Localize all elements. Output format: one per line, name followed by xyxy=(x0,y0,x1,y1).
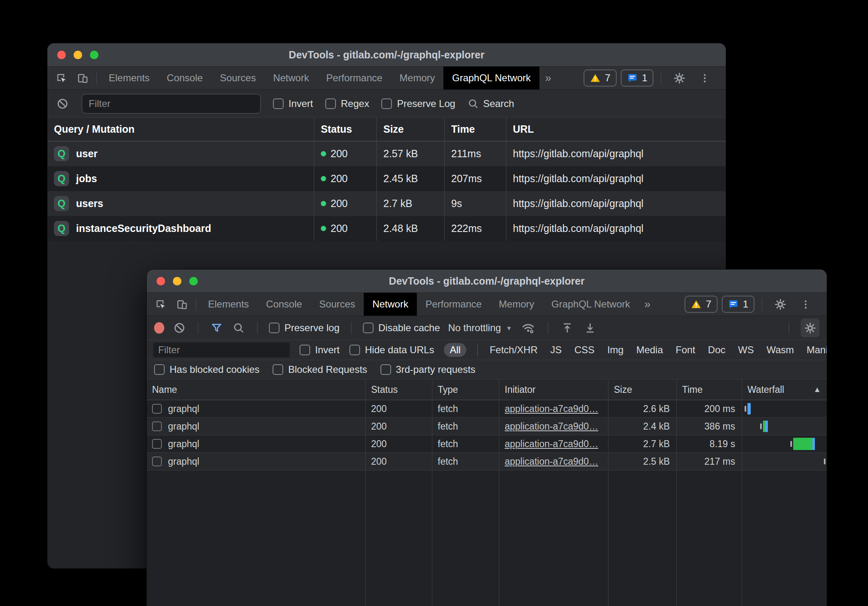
more-tabs-chevron-icon[interactable]: » xyxy=(639,293,656,316)
table-row[interactable]: Quser 200 2.57 kB 211ms https://gitlab.c… xyxy=(47,141,726,166)
search-button[interactable]: Search xyxy=(468,98,514,109)
tab-sources[interactable]: Sources xyxy=(311,293,364,316)
kebab-menu-icon[interactable] xyxy=(694,73,715,84)
column-header-status[interactable]: Status xyxy=(365,379,432,400)
table-row[interactable]: Qusers 200 2.7 kB 9s https://gitlab.com/… xyxy=(47,191,726,216)
column-header-type[interactable]: Type xyxy=(432,379,499,400)
column-header-time[interactable]: Time xyxy=(676,379,742,400)
tab-network[interactable]: Network xyxy=(364,293,417,316)
maximize-window-button[interactable] xyxy=(90,51,98,59)
row-checkbox[interactable] xyxy=(152,439,162,449)
column-header-url[interactable]: URL xyxy=(506,118,726,141)
type-filter-all[interactable]: All xyxy=(444,343,466,357)
type-filter-css[interactable]: CSS xyxy=(574,343,595,357)
search-icon[interactable] xyxy=(232,322,246,334)
import-har-icon[interactable] xyxy=(560,322,575,334)
inspect-element-icon[interactable] xyxy=(51,67,72,89)
disable-cache-checkbox[interactable]: Disable cache xyxy=(363,322,440,334)
throttling-dropdown[interactable]: No throttling ▼ xyxy=(448,322,512,334)
clear-icon[interactable] xyxy=(56,98,69,110)
column-header-size[interactable]: Size xyxy=(608,379,676,400)
type-filter-js[interactable]: JS xyxy=(550,343,563,357)
tab-network[interactable]: Network xyxy=(264,67,318,89)
table-row[interactable]: Qjobs 200 2.45 kB 207ms https://gitlab.c… xyxy=(47,166,726,191)
type-filter-wasm[interactable]: Wasm xyxy=(766,343,795,357)
invert-checkbox[interactable]: Invert xyxy=(300,344,340,356)
tab-elements[interactable]: Elements xyxy=(199,293,257,316)
network-conditions-icon[interactable] xyxy=(520,321,537,335)
type-filter-font[interactable]: Font xyxy=(675,343,696,357)
titlebar[interactable]: DevTools - gitlab.com/-/graphql-explorer xyxy=(47,43,726,67)
query-cell: Qjobs xyxy=(47,166,314,191)
column-header-status[interactable]: Status xyxy=(314,118,376,141)
type-filter-fetch-xhr[interactable]: Fetch/XHR xyxy=(489,343,538,357)
column-header-waterfall[interactable]: Waterfall ▲ xyxy=(742,379,827,400)
column-header-query[interactable]: Query / Mutation xyxy=(47,118,314,141)
column-header-size[interactable]: Size xyxy=(376,118,444,141)
clear-icon[interactable] xyxy=(172,322,186,334)
third-party-requests-checkbox[interactable]: 3rd-party requests xyxy=(380,364,476,375)
table-row[interactable]: QinstanceSecurityDashboard 200 2.48 kB 2… xyxy=(47,216,726,241)
initiator-link[interactable]: application-a7ca9d0… xyxy=(505,403,598,414)
warnings-badge[interactable]: 7 xyxy=(584,69,616,87)
row-checkbox[interactable] xyxy=(152,421,162,431)
hide-data-urls-checkbox[interactable]: Hide data URLs xyxy=(349,344,434,356)
settings-gear-icon[interactable] xyxy=(770,298,791,311)
column-header-name[interactable]: Name xyxy=(147,379,365,400)
tab-graphql-network[interactable]: GraphQL Network xyxy=(443,67,539,89)
device-toolbar-icon[interactable] xyxy=(72,67,93,89)
issues-badge[interactable]: 1 xyxy=(722,296,754,313)
type-filter-doc[interactable]: Doc xyxy=(707,343,726,357)
network-filter-input[interactable] xyxy=(153,343,290,357)
graphql-filter-input[interactable] xyxy=(82,94,261,114)
row-checkbox[interactable] xyxy=(152,404,162,414)
device-toolbar-icon[interactable] xyxy=(171,293,192,316)
has-blocked-cookies-checkbox[interactable]: Has blocked cookies xyxy=(154,364,260,375)
row-checkbox[interactable] xyxy=(152,457,162,466)
tab-memory[interactable]: Memory xyxy=(391,67,444,89)
invert-checkbox[interactable]: Invert xyxy=(273,98,313,109)
record-button[interactable] xyxy=(154,322,164,334)
initiator-link[interactable]: application-a7ca9d0… xyxy=(505,456,598,467)
initiator-link[interactable]: application-a7ca9d0… xyxy=(505,421,598,432)
initiator-link[interactable]: application-a7ca9d0… xyxy=(505,439,598,450)
tab-performance[interactable]: Performance xyxy=(417,293,490,316)
export-har-icon[interactable] xyxy=(583,322,597,334)
table-row[interactable]: graphql 200 fetch application-a7ca9d0… 2… xyxy=(147,418,827,435)
blocked-requests-checkbox[interactable]: Blocked Requests xyxy=(273,364,367,375)
tab-graphql-network[interactable]: GraphQL Network xyxy=(543,293,639,316)
preserve-log-checkbox[interactable]: Preserve Log xyxy=(381,98,455,109)
table-row[interactable]: graphql 200 fetch application-a7ca9d0… 2… xyxy=(147,400,827,418)
tab-console[interactable]: Console xyxy=(158,67,211,89)
column-header-initiator[interactable]: Initiator xyxy=(499,379,608,400)
inspect-element-icon[interactable] xyxy=(150,293,171,316)
settings-gear-icon[interactable] xyxy=(669,72,690,85)
table-row[interactable]: graphql 200 fetch application-a7ca9d0… 2… xyxy=(147,435,827,453)
close-window-button[interactable] xyxy=(157,277,165,285)
maximize-window-button[interactable] xyxy=(189,277,198,285)
titlebar[interactable]: DevTools - gitlab.com/-/graphql-explorer xyxy=(147,270,827,293)
type-filter-manifest[interactable]: Manifest xyxy=(806,343,827,357)
column-header-time[interactable]: Time xyxy=(444,118,506,141)
tab-memory[interactable]: Memory xyxy=(490,293,543,316)
tab-sources[interactable]: Sources xyxy=(211,67,264,89)
tab-elements[interactable]: Elements xyxy=(100,67,158,89)
url-cell: https://gitlab.com/api/graphql xyxy=(506,141,726,166)
minimize-window-button[interactable] xyxy=(74,51,82,59)
type-filter-img[interactable]: Img xyxy=(606,343,624,357)
tab-performance[interactable]: Performance xyxy=(318,67,391,89)
tab-console[interactable]: Console xyxy=(257,293,311,316)
regex-checkbox[interactable]: Regex xyxy=(325,98,369,109)
more-tabs-chevron-icon[interactable]: » xyxy=(539,67,557,89)
network-settings-gear-icon[interactable] xyxy=(801,319,819,337)
filter-funnel-icon[interactable] xyxy=(210,322,224,334)
minimize-window-button[interactable] xyxy=(173,277,181,285)
type-filter-ws[interactable]: WS xyxy=(737,343,755,357)
preserve-log-checkbox[interactable]: Preserve log xyxy=(269,322,340,334)
warnings-badge[interactable]: 7 xyxy=(685,296,717,313)
kebab-menu-icon[interactable] xyxy=(795,299,816,310)
type-filter-media[interactable]: Media xyxy=(635,343,664,357)
table-row[interactable]: graphql 200 fetch application-a7ca9d0… 2… xyxy=(147,453,827,470)
close-window-button[interactable] xyxy=(57,51,66,59)
issues-badge[interactable]: 1 xyxy=(621,69,653,87)
